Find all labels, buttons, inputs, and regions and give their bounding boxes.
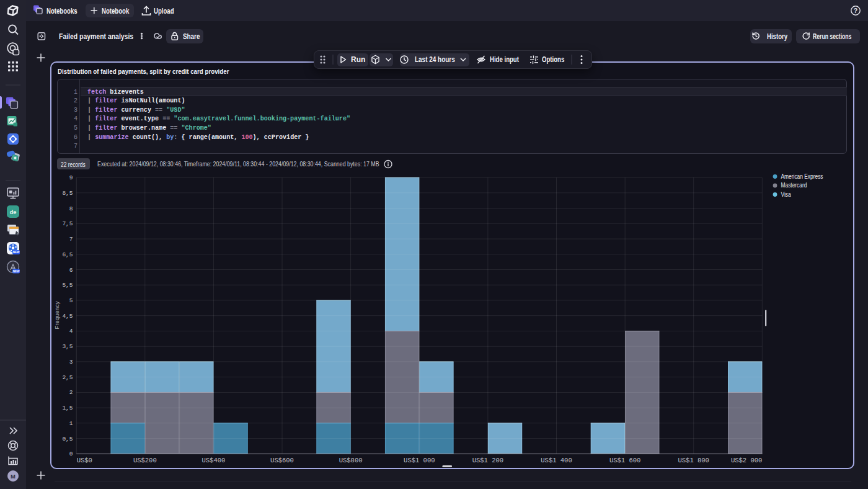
svg-text:de: de	[10, 209, 17, 215]
svg-text:M: M	[11, 473, 16, 480]
svg-text:?: ?	[854, 7, 857, 14]
svg-text:NEW: NEW	[13, 251, 20, 254]
svg-text:NEW: NEW	[13, 270, 20, 273]
